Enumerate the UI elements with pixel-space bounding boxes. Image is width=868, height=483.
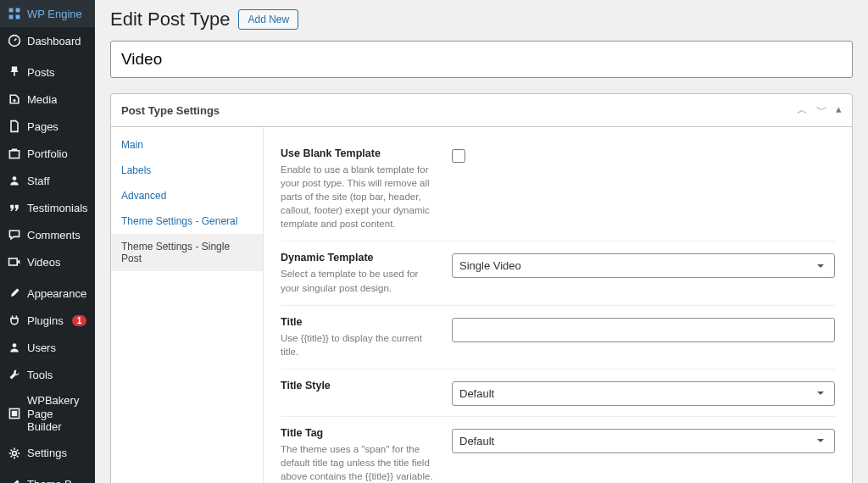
sidebar-item-settings[interactable]: Settings [0,440,95,467]
user-icon [7,340,22,355]
sidebar-item-videos[interactable]: Videos [0,248,95,275]
portfolio-icon [7,146,22,161]
sidebar-item-label: Tools [27,369,53,381]
svg-rect-11 [12,411,17,416]
sidebar-item-label: Pages [27,120,58,133]
row-dynamic-template: Dynamic Template Select a template to be… [281,242,835,305]
comment-icon [7,227,22,242]
tab-main[interactable]: Main [111,132,263,158]
page-title: Edit Post Type [110,8,230,31]
svg-rect-6 [9,151,19,158]
sidebar-item-tools[interactable]: Tools [0,361,95,388]
settings-tabs: MainLabelsAdvancedTheme Settings - Gener… [111,127,264,483]
label-title-tag: Title Tag [281,427,438,439]
sidebar-item-staff[interactable]: Staff [0,167,95,194]
metabox-actions: ︿ ﹀ ▴ [797,103,842,118]
svg-rect-1 [16,8,20,13]
media-icon [7,92,22,107]
video-icon [7,254,22,269]
page-icon [7,119,22,134]
update-badge: 1 [72,315,87,326]
desc-dynamic-template: Select a template to be used for your si… [281,267,438,294]
user-icon [7,173,22,188]
row-title-style: Title Style Default [281,369,835,417]
sidebar-item-label: Dashboard [27,35,81,47]
svg-point-12 [13,451,17,455]
title-input[interactable] [452,318,835,342]
brush-icon [7,286,22,301]
add-new-button[interactable]: Add New [238,9,298,30]
sidebar-item-appearance[interactable]: Appearance [0,280,95,307]
plug-icon [7,313,22,328]
brush-icon [7,477,22,483]
metabox-body: MainLabelsAdvancedTheme Settings - Gener… [111,127,852,483]
metabox-header: Post Type Settings ︿ ﹀ ▴ [111,94,852,127]
desc-title: Use {{title}} to display the current tit… [281,331,438,358]
svg-rect-8 [9,258,18,265]
sidebar-item-label: Media [27,93,57,106]
desc-title-tag: The theme uses a "span" for the default … [281,442,438,483]
metabox-down-icon[interactable]: ﹀ [816,103,827,118]
admin-sidebar: WP EngineDashboardPostsMediaPagesPortfol… [0,0,95,483]
sidebar-item-label: Theme Panel [27,478,88,483]
label-title: Title [281,316,438,328]
sidebar-item-label: WP Engine [27,8,82,20]
sidebar-item-portfolio[interactable]: Portfolio [0,140,95,167]
settings-panel: Use Blank Template Enable to use a blank… [264,127,852,483]
title-tag-select[interactable]: Default [452,429,835,453]
title-style-select[interactable]: Default [452,381,835,406]
svg-point-9 [13,343,17,347]
sidebar-item-plugins[interactable]: Plugins1 [0,307,95,334]
main-content: Edit Post Type Add New Post Type Setting… [95,0,868,483]
svg-rect-0 [9,8,14,13]
sidebar-item-label: Portfolio [27,147,68,160]
sidebar-item-users[interactable]: Users [0,334,95,361]
label-dynamic-template: Dynamic Template [281,252,438,264]
sidebar-item-comments[interactable]: Comments [0,221,95,248]
sidebar-item-posts[interactable]: Posts [0,58,95,86]
sidebar-item-label: Comments [27,229,81,242]
tab-theme-settings-single-post[interactable]: Theme Settings - Single Post [111,234,263,271]
metabox-toggle-icon[interactable]: ▴ [836,103,842,118]
svg-point-7 [13,176,17,180]
sidebar-item-testimonials[interactable]: Testimonials [0,194,95,221]
post-type-settings-metabox: Post Type Settings ︿ ﹀ ▴ MainLabelsAdvan… [110,93,853,483]
dynamic-template-select[interactable]: Single Video [452,253,835,278]
sidebar-item-dashboard[interactable]: Dashboard [0,27,95,54]
sidebar-item-wpengine[interactable]: WP Engine [0,0,95,27]
sidebar-item-pages[interactable]: Pages [0,113,95,140]
dash-icon [7,33,22,48]
sidebar-item-wpbakery[interactable]: WPBakery Page Builder [0,388,95,440]
row-use-blank-template: Use Blank Template Enable to use a blank… [281,137,835,242]
gear-icon [7,446,22,461]
metabox-title: Post Type Settings [121,104,220,117]
tab-labels[interactable]: Labels [111,158,263,183]
sidebar-item-media[interactable]: Media [0,86,95,113]
tab-advanced[interactable]: Advanced [111,183,263,208]
desc-use-blank-template: Enable to use a blank template for your … [281,163,438,230]
sidebar-item-label: Videos [27,256,61,269]
block-icon [7,406,22,421]
page-header: Edit Post Type Add New [110,8,853,31]
sidebar-item-label: Staff [27,175,50,187]
label-title-style: Title Style [281,380,438,391]
sidebar-item-label: Appearance [27,287,86,300]
sidebar-item-label: Testimonials [27,202,88,214]
tab-theme-settings-general[interactable]: Theme Settings - General [111,208,263,234]
sidebar-item-label: Users [27,341,56,354]
svg-rect-3 [16,15,20,19]
grid-icon [7,6,22,21]
sidebar-item-label: Posts [27,66,55,79]
svg-rect-2 [9,15,14,19]
post-type-name-input[interactable] [110,41,853,78]
svg-point-5 [13,99,15,102]
sidebar-item-themepanel[interactable]: Theme Panel [0,471,95,483]
quote-icon [7,200,22,215]
metabox-up-icon[interactable]: ︿ [797,103,808,118]
use-blank-template-checkbox[interactable] [452,149,465,163]
pin-icon [7,64,22,80]
row-title: Title Use {{title}} to display the curre… [281,306,835,369]
wrench-icon [7,367,22,382]
sidebar-item-label: Plugins [27,314,64,327]
row-title-tag: Title Tag The theme uses a "span" for th… [281,417,835,483]
